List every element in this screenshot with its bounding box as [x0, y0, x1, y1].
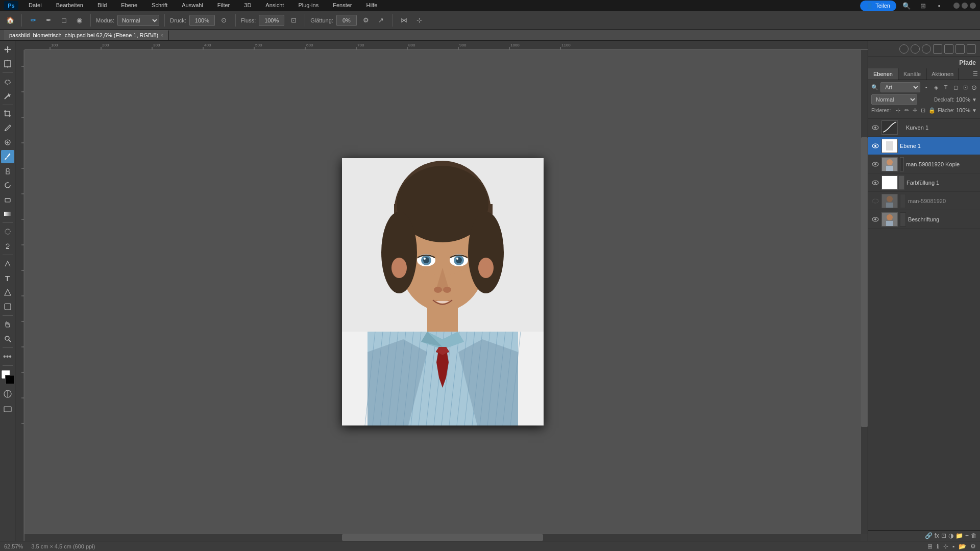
vertical-scrollbar[interactable] [861, 50, 868, 534]
dodge-tool[interactable] [1, 239, 14, 253]
tab-kanaele[interactable]: Kanäle [898, 68, 926, 80]
menu-bearbeiten[interactable]: Bearbeiten [52, 1, 87, 10]
status-gpu-btn[interactable]: ⊞ [927, 543, 933, 550]
healing-tool[interactable] [1, 136, 14, 149]
move-tool[interactable] [1, 43, 14, 56]
status-info-btn[interactable]: ℹ [937, 543, 939, 550]
new-layer-btn[interactable]: + [965, 532, 969, 539]
close-button[interactable] [970, 3, 976, 9]
background-color[interactable] [5, 375, 14, 384]
gradient-tool[interactable] [1, 207, 14, 220]
maximize-button[interactable] [962, 3, 968, 9]
filter-pixel-btn[interactable]: ▪ [922, 83, 930, 91]
zoom-tool[interactable] [1, 332, 14, 345]
blur-tool[interactable] [1, 225, 14, 238]
search-button[interactable]: 🔍 [900, 0, 913, 12]
magic-wand-tool[interactable] [1, 89, 14, 103]
flaeche-value[interactable]: 100% [956, 107, 970, 113]
panel-circle-btn-1[interactable] [899, 44, 909, 54]
menu-fenster[interactable]: Fenster [329, 1, 356, 10]
horizontal-scrollbar[interactable] [24, 534, 861, 541]
layer-vis-kurven1[interactable] [871, 123, 879, 132]
tab-ebenen[interactable]: Ebenen [868, 68, 898, 80]
status-folder-btn[interactable]: 📂 [959, 543, 966, 550]
menu-datei[interactable]: Datei [24, 1, 46, 10]
menu-ebene[interactable]: Ebene [117, 1, 141, 10]
arrange-button[interactable]: ⊞ [917, 0, 929, 12]
menu-filter[interactable]: Filter [213, 1, 234, 10]
layer-effects-btn[interactable]: fx [935, 532, 939, 539]
menu-auswahl[interactable]: Auswahl [178, 1, 207, 10]
eraser-tool-btn[interactable]: ◻ [58, 14, 70, 27]
eraser-tool-left[interactable] [1, 193, 14, 206]
filter-type-btn[interactable]: T [942, 83, 950, 91]
menu-3d[interactable]: 3D [240, 1, 255, 10]
canvas-scroll[interactable] [24, 50, 861, 534]
status-timeline-btn[interactable]: ⊹ [943, 543, 948, 550]
add-mask-btn[interactable]: ⊡ [941, 532, 946, 539]
menu-bild[interactable]: Bild [93, 1, 111, 10]
delete-layer-btn[interactable]: 🗑 [971, 532, 977, 539]
doc-tab-active[interactable]: passbild_biometrisch_chip.psd bei 62,6% … [4, 30, 169, 40]
link-layers-btn[interactable]: 🔗 [925, 532, 933, 539]
symmetry-btn[interactable]: ⋈ [398, 14, 410, 27]
filter-toggle-btn[interactable]: ⊙ [971, 83, 977, 91]
quick-mask-btn[interactable] [1, 387, 14, 400]
glaettung-settings[interactable]: ⚙ [360, 14, 372, 27]
brush-tool-left[interactable] [1, 150, 14, 163]
panel-circle-btn-2[interactable] [911, 44, 920, 54]
artboard-tool[interactable] [1, 57, 14, 70]
filter-adj-btn[interactable]: ◈ [932, 83, 940, 91]
lock-transparent-btn[interactable]: ⊹ [895, 106, 901, 114]
lock-artboard-btn[interactable]: ⊡ [920, 106, 926, 114]
layer-item-kurven1[interactable]: Kurven 1 [868, 118, 980, 137]
color-picker[interactable] [1, 370, 14, 384]
text-tool[interactable]: T [1, 271, 14, 285]
layer-vis-man-kopie[interactable] [871, 160, 879, 168]
druck-input[interactable] [189, 15, 215, 26]
filter-shape-btn[interactable]: ◻ [951, 83, 960, 91]
panel-rect-btn-2[interactable] [944, 44, 953, 54]
layer-item-beschrift[interactable]: Beschriftung [868, 210, 980, 229]
tab-close-btn[interactable]: × [160, 33, 163, 38]
new-group-btn[interactable]: 📁 [955, 532, 963, 539]
workspace-button[interactable]: ▪ [933, 0, 945, 12]
lock-pixels-btn[interactable]: ✏ [903, 106, 910, 114]
modus-dropdown[interactable]: Normal Aufhellen Abdunkeln [117, 15, 159, 26]
menu-ansicht[interactable]: Ansicht [261, 1, 288, 10]
new-adj-btn[interactable]: ◑ [948, 532, 953, 539]
extra-btn[interactable]: ⊹ [413, 14, 426, 27]
layer-filter-dropdown[interactable]: Art Name Effekt [880, 82, 920, 92]
layer-vis-fuell1[interactable] [871, 179, 879, 187]
filter-smart-btn[interactable]: ⊡ [961, 83, 969, 91]
layer-vis-man-orig[interactable] [871, 197, 879, 205]
hand-tool[interactable] [1, 318, 14, 331]
share-button[interactable]: 👤 Teilen [860, 1, 896, 11]
home-button[interactable]: 🏠 [4, 14, 16, 27]
layer-mode-select[interactable]: Normal Aufhellen Abdunkeln Multipliziere… [871, 94, 917, 105]
minimize-button[interactable] [953, 3, 960, 9]
panel-rect-btn-3[interactable] [955, 44, 965, 54]
pencil-tool-btn[interactable]: ✒ [42, 14, 55, 27]
path-select-tool[interactable] [1, 286, 14, 299]
lock-all-btn[interactable]: 🔒 [928, 106, 936, 114]
crop-tool[interactable] [1, 107, 14, 120]
status-settings-btn[interactable]: ⚙ [970, 543, 976, 550]
panel-menu-btn[interactable]: ☰ [971, 68, 980, 80]
layer-item-man-kopie[interactable]: man-59081920 Kopie [868, 155, 980, 173]
angle-btn[interactable]: ↗ [375, 14, 387, 27]
pen-tool[interactable] [1, 257, 14, 270]
layer-item-ebene1[interactable]: Ebene 1 [868, 137, 980, 155]
deckraft-value[interactable]: 100% [956, 96, 970, 103]
glaettung-input[interactable] [336, 15, 357, 26]
layer-vis-beschrift[interactable] [871, 215, 879, 223]
softener-tool-btn[interactable]: ◉ [73, 14, 85, 27]
shape-tool[interactable] [1, 300, 14, 313]
brush-tool-btn[interactable]: ✏ [27, 14, 39, 27]
menu-plugins[interactable]: Plug-ins [294, 1, 323, 10]
menu-schrift[interactable]: Schrift [148, 1, 172, 10]
lock-position-btn[interactable]: ✛ [912, 106, 918, 114]
history-brush-tool[interactable] [1, 179, 14, 192]
lasso-tool[interactable] [1, 75, 14, 88]
more-tools[interactable]: ••• [1, 350, 14, 363]
